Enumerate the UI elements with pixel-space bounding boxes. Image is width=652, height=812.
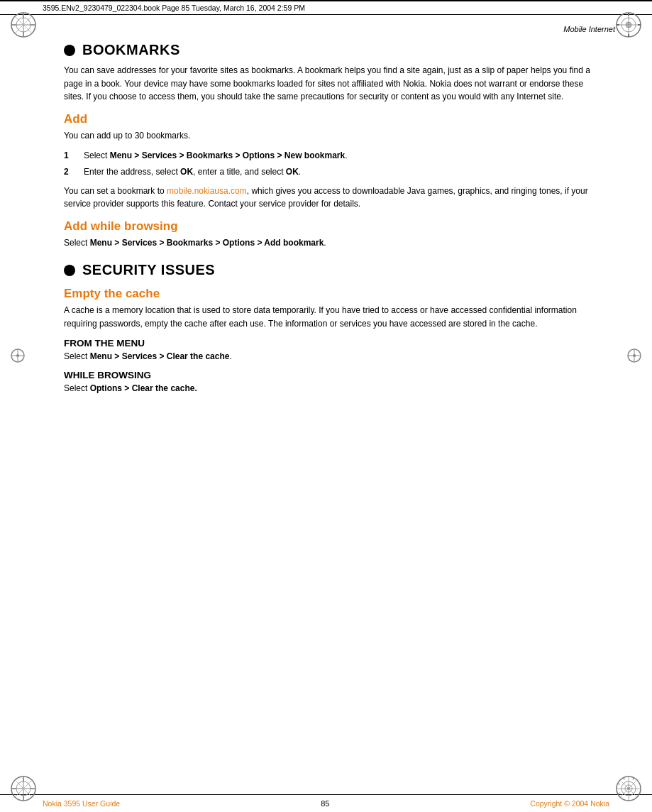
bookmarks-bullet	[64, 45, 75, 56]
mid-right-marker	[626, 348, 642, 363]
step1-text: Select Menu > Services > Bookmarks > Opt…	[84, 149, 348, 163]
security-bullet	[64, 265, 75, 276]
main-content: BOOKMARKS You can save addresses for you…	[0, 42, 652, 395]
footer: Nokia 3595 User Guide 85 Copyright © 200…	[0, 794, 652, 812]
bookmarks-heading: BOOKMARKS	[82, 42, 180, 58]
bookmarks-heading-row: BOOKMARKS	[64, 42, 595, 58]
section-label: Mobile Internet	[0, 15, 652, 36]
footer-center: 85	[321, 799, 329, 808]
add-body: You can add up to 30 bookmarks.	[64, 129, 595, 143]
add-while-body: Select Menu > Services > Bookmarks > Opt…	[64, 236, 595, 250]
svg-point-26	[633, 354, 636, 357]
corner-decor-tl	[10, 11, 37, 38]
add-while-bold: Menu > Services > Bookmarks > Options > …	[90, 238, 324, 248]
from-menu-bold: Menu > Services > Clear the cache	[90, 351, 230, 361]
footer-right: Copyright © 2004 Nokia	[530, 799, 609, 808]
while-browsing-heading: WHILE BROWSING	[64, 370, 595, 380]
step1-num: 1	[64, 149, 84, 163]
nokia-link: mobile.nokiausa.com	[167, 186, 247, 196]
footer-left: Nokia 3595 User Guide	[43, 799, 120, 808]
step2: 2 Enter the address, select OK, enter a …	[64, 165, 595, 179]
step2-num: 2	[64, 165, 84, 179]
top-bar-text: 3595.ENv2_9230479_022304.book Page 85 Tu…	[43, 4, 305, 12]
mid-left-marker	[10, 348, 26, 363]
step2-text: Enter the address, select OK, enter a ti…	[84, 165, 301, 179]
from-menu-body: Select Menu > Services > Clear the cache…	[64, 350, 595, 363]
top-bar: 3595.ENv2_9230479_022304.book Page 85 Tu…	[0, 0, 652, 15]
bookmarks-intro: You can save addresses for your favorite…	[64, 64, 595, 104]
security-heading-row: SECURITY ISSUES	[64, 262, 595, 278]
step2-ok1: OK	[180, 167, 193, 177]
corner-decor-tr	[615, 11, 642, 38]
page: 3595.ENv2_9230479_022304.book Page 85 Tu…	[0, 0, 652, 812]
security-heading: SECURITY ISSUES	[82, 262, 215, 278]
corner-decor-br	[615, 775, 642, 802]
svg-point-48	[627, 787, 630, 790]
from-menu-heading: FROM THE MENU	[64, 338, 595, 349]
while-browsing-body: Select Options > Clear the cache.	[64, 382, 595, 395]
cache-heading: Empty the cache	[64, 287, 595, 301]
while-browsing-bold: Options > Clear the cache.	[90, 383, 197, 393]
link-body: You can set a bookmark to mobile.nokiaus…	[64, 185, 595, 211]
add-while-heading: Add while browsing	[64, 219, 595, 234]
section-label-text: Mobile Internet	[563, 25, 615, 33]
corner-decor-bl	[10, 775, 37, 802]
step1-bold: Menu > Services > Bookmarks > Options > …	[110, 150, 345, 160]
svg-point-22	[16, 354, 19, 357]
add-heading: Add	[64, 112, 595, 126]
cache-body: A cache is a memory location that is use…	[64, 304, 595, 330]
step1: 1 Select Menu > Services > Bookmarks > O…	[64, 149, 595, 163]
step2-ok2: OK	[286, 167, 299, 177]
